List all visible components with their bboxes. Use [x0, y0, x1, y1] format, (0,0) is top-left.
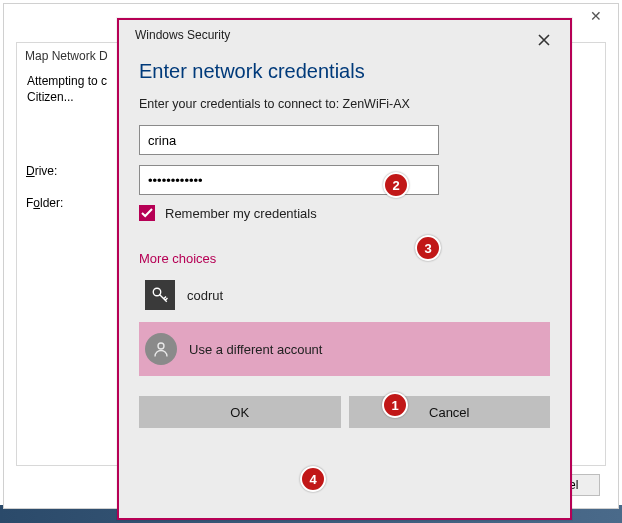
dialog-heading: Enter network credentials — [139, 60, 550, 83]
dialog-close-button[interactable] — [530, 28, 558, 52]
close-icon — [538, 34, 550, 46]
user-icon — [145, 333, 177, 365]
bg-status-line1: Attempting to c — [27, 74, 107, 88]
check-icon — [141, 208, 153, 218]
remember-checkbox[interactable] — [139, 205, 155, 221]
close-icon[interactable]: ✕ — [574, 4, 618, 28]
saved-account-row[interactable]: codrut — [139, 276, 550, 314]
annotation-4: 4 — [300, 466, 326, 492]
use-different-account-row[interactable]: Use a different account — [139, 322, 550, 376]
key-icon — [145, 280, 175, 310]
saved-account-name: codrut — [187, 288, 223, 303]
cancel-button[interactable]: Cancel — [349, 396, 551, 428]
annotation-2: 2 — [383, 172, 409, 198]
annotation-3: 3 — [415, 235, 441, 261]
windows-security-dialog: Windows Security Enter network credentia… — [117, 18, 572, 520]
bg-window-title: Map Network D — [25, 49, 108, 63]
label-folder: Folder: Folder: — [26, 196, 63, 210]
dialog-subtext: Enter your credentials to connect to: Ze… — [139, 97, 550, 111]
more-choices-link[interactable]: More choices — [139, 251, 550, 266]
dialog-title: Windows Security — [135, 28, 230, 42]
bg-status-line2: Citizen... — [27, 90, 74, 104]
svg-point-1 — [158, 343, 164, 349]
remember-label: Remember my credentials — [165, 206, 317, 221]
annotation-1: 1 — [382, 392, 408, 418]
remember-checkbox-row[interactable]: Remember my credentials — [139, 205, 550, 221]
username-field-wrap — [139, 125, 439, 155]
use-different-account-label: Use a different account — [189, 342, 322, 357]
label-drive: DDrive:rive: — [26, 164, 57, 178]
ok-button[interactable]: OK — [139, 396, 341, 428]
username-input[interactable] — [140, 126, 438, 154]
